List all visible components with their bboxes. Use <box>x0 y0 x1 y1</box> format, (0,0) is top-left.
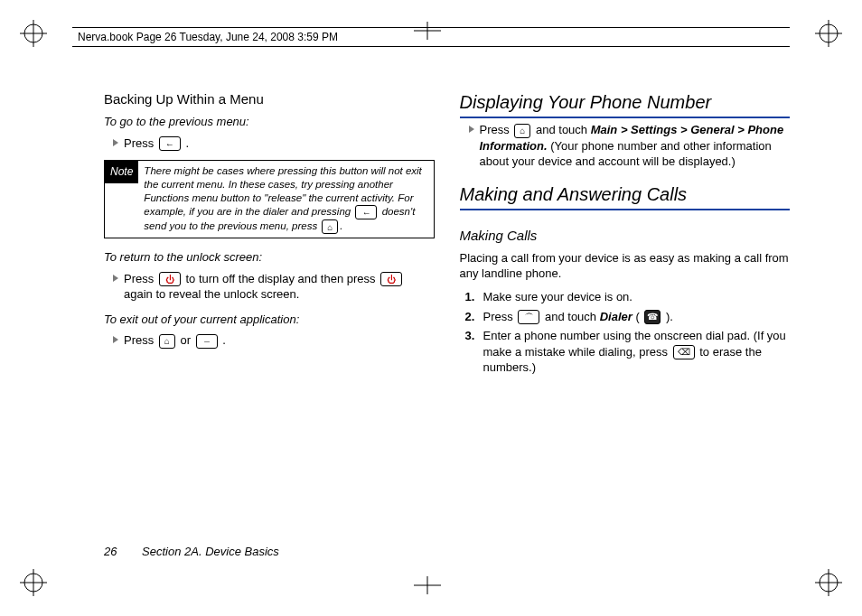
lead-text: To go to the previous menu: <box>104 114 435 130</box>
body-text: Placing a call from your device is as ea… <box>460 250 791 282</box>
dialer-app-icon: ☎ <box>644 310 661 324</box>
home-button-icon: ⌂ <box>159 334 175 349</box>
step-text: Press ⏜ and touch Dialer ( ☎ ). <box>483 309 673 325</box>
page-number: 26 <box>104 545 117 558</box>
note-box: Note There might be cases where pressing… <box>104 160 435 238</box>
bullet-icon <box>113 275 118 282</box>
instruction-row: Press ⏻ to turn off the display and then… <box>113 271 435 303</box>
section-title: Displaying Your Phone Number <box>460 90 791 118</box>
press-label: Press <box>124 333 157 347</box>
subsection-heading: Making Calls <box>460 227 791 245</box>
power-button-icon: ⏻ <box>380 272 402 286</box>
back-button-icon: ← <box>355 205 377 219</box>
note-body: There might be cases where pressing this… <box>138 161 433 238</box>
dot: . <box>185 136 189 150</box>
step-text: Enter a phone number using the onscreen … <box>483 328 791 376</box>
call-button-icon: ⏜ <box>518 310 539 324</box>
backspace-button-icon: ⌫ <box>673 345 695 359</box>
bullet-icon <box>113 139 118 146</box>
press-label: Press <box>124 136 157 150</box>
crop-mark-icon <box>20 20 47 47</box>
step-text: Make sure your device is on. <box>483 289 632 305</box>
crop-mark-icon <box>414 576 441 594</box>
section-label: Section 2A. Device Basics <box>142 545 279 558</box>
step-number: 1. <box>465 289 478 305</box>
bullet-icon <box>469 126 474 133</box>
note-label: Note <box>105 161 138 182</box>
lead-text: To exit out of your current application: <box>104 312 435 328</box>
back-button-icon: ← <box>159 136 181 151</box>
press-label: Press <box>480 123 513 136</box>
bullet-icon <box>113 336 118 343</box>
crop-mark-icon <box>815 569 842 596</box>
instruction-row: Press ⌂ or ⏤ . <box>113 332 435 349</box>
step-row: 2. Press ⏜ and touch Dialer ( ☎ ). <box>465 309 791 325</box>
power-button-icon: ⏻ <box>159 272 181 286</box>
section-title: Making and Answering Calls <box>460 182 791 210</box>
section-heading: Backing Up Within a Menu <box>104 90 435 108</box>
step-number: 3. <box>465 328 478 344</box>
right-column: Displaying Your Phone Number Press ⌂ and… <box>460 90 791 535</box>
header-text: Nerva.book Page 26 Tuesday, June 24, 200… <box>78 31 338 43</box>
document-header: Nerva.book Page 26 Tuesday, June 24, 200… <box>72 27 790 47</box>
crop-mark-icon <box>20 569 47 596</box>
instruction-row: Press ⌂ and touch Main > Settings > Gene… <box>469 122 791 170</box>
instruction-row: Press ← . <box>113 135 435 152</box>
step-row: 3. Enter a phone number using the onscre… <box>465 328 791 376</box>
left-column: Backing Up Within a Menu To go to the pr… <box>104 90 435 535</box>
page-footer: 26 Section 2A. Device Basics <box>104 545 279 558</box>
home-button-icon: ⌂ <box>514 124 530 138</box>
press-label: Press <box>124 272 157 285</box>
step-row: 1. Make sure your device is on. <box>465 289 791 305</box>
step-number: 2. <box>465 309 478 325</box>
lead-text: To return to the unlock screen: <box>104 249 435 266</box>
end-call-button-icon: ⏤ <box>196 334 218 349</box>
crop-mark-icon <box>815 20 842 47</box>
home-button-icon: ⌂ <box>322 219 338 234</box>
